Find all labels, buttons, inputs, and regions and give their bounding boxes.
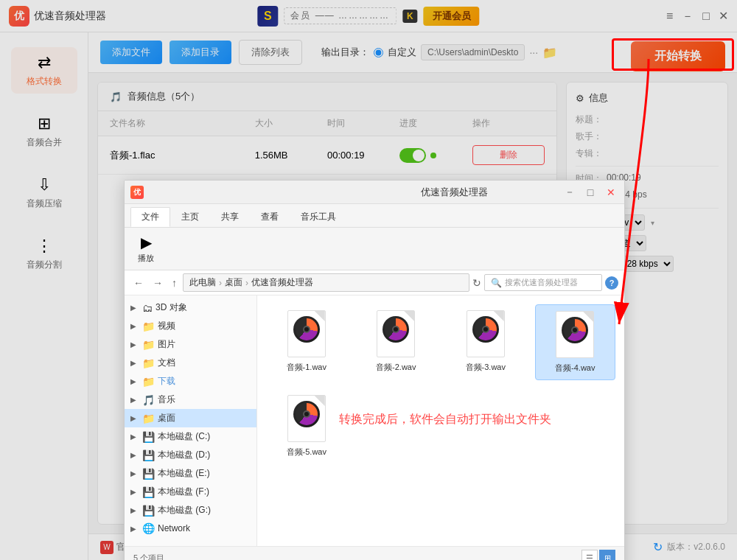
- fe-file-icon-2: [372, 310, 419, 357]
- file-explorer: 优 优速音频处理器 － □ ✕ 文件 主页 共享 查看 音乐工具 ▶ 播放 ← …: [124, 180, 625, 560]
- fe-tree-disk-d[interactable]: ▶ 💾 本地磁盘 (D:): [125, 446, 256, 464]
- fe-nav-bar: ← → ↑ 此电脑 › 桌面 › 优速音频处理器 ↻ 🔍 搜索优速音频处理器 ?: [125, 270, 624, 295]
- fe-tree-docs[interactable]: ▶ 📁 文档: [125, 354, 256, 372]
- fe-file-name-2: 音频-2.wav: [376, 362, 416, 373]
- fe-tree-disk-e[interactable]: ▶ 💾 本地磁盘 (E:): [125, 464, 256, 483]
- fe-minimize-btn[interactable]: －: [562, 185, 577, 200]
- fe-tab-file[interactable]: 文件: [130, 207, 170, 227]
- fe-file-name-4: 音频-4.wav: [555, 363, 595, 374]
- fe-refresh-btn[interactable]: ↻: [472, 277, 481, 289]
- fe-file-icon-1: [283, 310, 330, 357]
- fe-tree-music[interactable]: ▶ 🎵 音乐: [125, 391, 256, 409]
- fe-grid-view-btn[interactable]: ⊞: [599, 550, 615, 560]
- fe-tab-view[interactable]: 查看: [250, 207, 290, 227]
- fe-file-1[interactable]: 音频-1.wav: [266, 304, 347, 380]
- fe-ribbon: 文件 主页 共享 查看 音乐工具 ▶ 播放: [125, 204, 624, 270]
- fe-tabs: 文件 主页 共享 查看 音乐工具: [125, 204, 624, 228]
- fe-title-text: 优速音频处理器: [346, 186, 562, 199]
- fe-tree-disk-f[interactable]: ▶ 💾 本地磁盘 (F:): [125, 483, 256, 501]
- play-label: 播放: [138, 253, 154, 264]
- fe-file-2[interactable]: 音频-2.wav: [356, 304, 437, 380]
- bc-app: 优速音频处理器: [251, 276, 313, 289]
- fe-body: ▶ 🗂 3D 对象 ▶ 📁 视频 ▶ 📁 图片 ▶ 📁 文档 ▶ 📁: [125, 295, 624, 546]
- fe-forward-btn[interactable]: →: [150, 276, 166, 290]
- fe-tree-disk-c[interactable]: ▶ 💾 本地磁盘 (C:): [125, 427, 256, 446]
- fe-tab-share[interactable]: 共享: [210, 207, 250, 227]
- play-icon: ▶: [141, 234, 152, 251]
- fe-file-name-3: 音频-3.wav: [466, 362, 506, 373]
- fe-file-name-5: 音频-5.wav: [287, 447, 326, 458]
- fe-title-left: 优: [130, 186, 346, 199]
- fe-help-btn[interactable]: ?: [605, 276, 618, 290]
- fe-file-name-1: 音频-1.wav: [287, 362, 326, 373]
- fe-tree-video[interactable]: ▶ 📁 视频: [125, 317, 256, 335]
- fe-maximize-btn[interactable]: □: [583, 185, 598, 200]
- fe-status-bar: 5 个项目 ☰ ⊞: [125, 546, 624, 560]
- bc-desktop: 桌面: [225, 276, 242, 289]
- fe-search-icon: 🔍: [491, 278, 502, 288]
- fe-tree-downloads[interactable]: ▶ 📁 下载: [125, 372, 256, 391]
- fe-search-box: 🔍 搜索优速音频处理器: [484, 274, 602, 291]
- fe-file-5[interactable]: 音频-5.wav: [266, 389, 347, 463]
- fe-window-controls: － □ ✕: [562, 185, 618, 200]
- fe-tree-desktop[interactable]: ▶ 📁 桌面: [125, 409, 256, 427]
- fe-file-4[interactable]: 音频-4.wav: [535, 304, 616, 380]
- fe-tab-home[interactable]: 主页: [170, 207, 210, 227]
- fe-sidebar: ▶ 🗂 3D 对象 ▶ 📁 视频 ▶ 📁 图片 ▶ 📁 文档 ▶ 📁: [125, 295, 257, 546]
- fe-content: 音频-1.wav 音频-2.wav: [257, 295, 624, 546]
- fe-tree-disk-g[interactable]: ▶ 💾 本地磁盘 (G:): [125, 501, 256, 519]
- fe-list-view-btn[interactable]: ☰: [581, 550, 598, 560]
- fe-file-icon-4: [551, 311, 598, 358]
- fe-up-btn[interactable]: ↑: [169, 276, 180, 290]
- fe-breadcrumb: 此电脑 › 桌面 › 优速音频处理器: [183, 273, 469, 292]
- fe-tree-pictures[interactable]: ▶ 📁 图片: [125, 335, 256, 354]
- fe-file-icon-5: [283, 395, 330, 442]
- fe-play-button[interactable]: ▶ 播放: [130, 231, 161, 267]
- fe-search-placeholder: 搜索优速音频处理器: [505, 277, 578, 288]
- fe-title-bar: 优 优速音频处理器 － □ ✕: [125, 181, 624, 204]
- fe-tree-network[interactable]: ▶ 🌐 Network: [125, 519, 256, 537]
- fe-close-btn[interactable]: ✕: [604, 185, 618, 200]
- fe-logo: 优: [130, 186, 144, 199]
- fe-back-btn[interactable]: ←: [130, 276, 147, 290]
- fe-tab-music[interactable]: 音乐工具: [290, 207, 347, 227]
- fe-status-text: 5 个项目: [133, 553, 164, 561]
- fe-file-3[interactable]: 音频-3.wav: [445, 304, 526, 380]
- bc-computer: 此电脑: [189, 276, 216, 289]
- fe-ribbon-content: ▶ 播放: [125, 228, 624, 270]
- fe-view-buttons: ☰ ⊞: [581, 550, 615, 560]
- fe-file-icon-3: [462, 310, 509, 357]
- fe-tree-3d[interactable]: ▶ 🗂 3D 对象: [125, 298, 256, 317]
